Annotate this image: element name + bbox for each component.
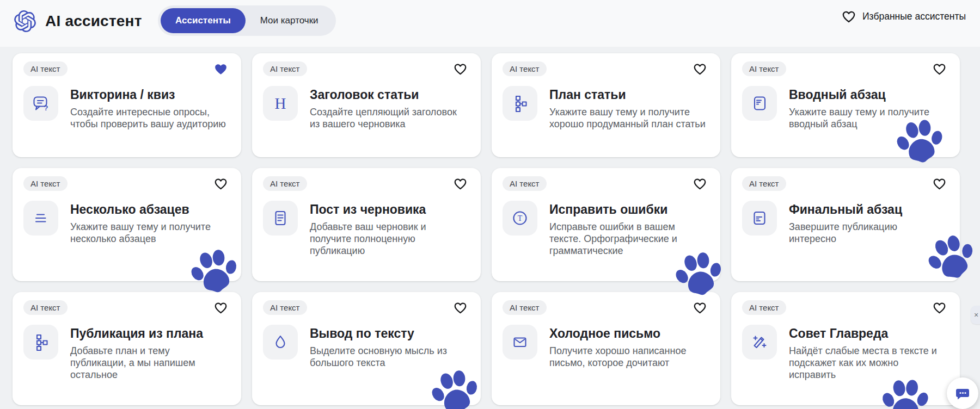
assistant-card[interactable]: AI текст H Заголовок статьи Создайте цеп… — [252, 53, 481, 157]
favorite-button[interactable] — [691, 299, 708, 316]
openai-logo-icon — [14, 10, 36, 32]
card-title: Совет Главреда — [789, 326, 947, 341]
card-badge: AI текст — [742, 300, 786, 315]
card-title: Вводный абзац — [789, 88, 947, 102]
card-icon-box — [503, 325, 537, 360]
assistant-card[interactable]: AI текст Публикация из плана Добавьте пл… — [13, 292, 241, 405]
tab-assistants[interactable]: Ассистенты — [161, 8, 246, 33]
magic-wand-icon — [749, 331, 770, 353]
favorite-button[interactable] — [212, 175, 229, 192]
favorite-button-active[interactable] — [212, 60, 229, 77]
card-icon-box — [263, 325, 298, 360]
card-badge: AI текст — [503, 176, 547, 191]
card-title: Публикация из плана — [70, 326, 228, 341]
assistant-card[interactable]: AI текст T Исправить ошибки Исправьте ош… — [492, 168, 720, 281]
outline-tree-icon — [509, 92, 531, 114]
card-badge: AI текст — [742, 176, 786, 191]
assistant-card[interactable]: AI текст Холодное письмо Получите хорошо… — [492, 292, 720, 405]
document-icon — [270, 207, 291, 229]
card-title: Несколько абзацев — [70, 202, 228, 217]
card-title: Заголовок статьи — [310, 88, 468, 102]
favorite-button[interactable] — [931, 299, 948, 316]
card-icon-box: ? — [23, 86, 58, 121]
favorite-button[interactable] — [931, 175, 948, 192]
drop-icon — [270, 331, 291, 353]
assistant-card[interactable]: AI текст Вывод по тексту Выделите основн… — [252, 292, 481, 405]
card-title: План статьи — [549, 88, 707, 102]
card-title: Исправить ошибки — [549, 202, 707, 217]
card-description: Добавьте ваш черновик и получите полноце… — [310, 221, 468, 257]
close-icon: × — [971, 311, 978, 319]
final-paragraph-icon — [749, 207, 770, 229]
card-icon-box: T — [503, 201, 537, 236]
assistant-card[interactable]: AI текст Вводный абзац Укажите вашу тему… — [731, 53, 960, 157]
text-circle-icon: T — [509, 207, 531, 229]
favorites-link[interactable]: Избранные ассистенты — [841, 9, 966, 24]
chat-bubble-icon — [954, 385, 971, 402]
card-description: Получите хорошо написанное письмо, котор… — [549, 345, 707, 369]
svg-text:?: ? — [44, 104, 48, 112]
card-description: Укажите вашу тему и получите вводный абз… — [789, 107, 947, 131]
edge-partial-button[interactable]: × — [971, 306, 980, 324]
card-description: Создайте цепляющий заголовок из вашего ч… — [310, 107, 468, 131]
card-badge: AI текст — [23, 176, 68, 191]
assistant-card[interactable]: AI текст План статьи Укажите вашу тему и… — [492, 53, 720, 157]
card-icon-box — [742, 86, 777, 121]
card-description: Выделите основную мысль из большого текс… — [310, 345, 468, 369]
card-description: Найдёт слабые места в тексте и подскажет… — [789, 345, 947, 381]
card-description: Завершите публикацию интересно — [789, 221, 947, 245]
card-badge: AI текст — [742, 61, 786, 76]
tab-switcher: Ассистенты Мои карточки — [158, 5, 336, 36]
card-icon-box — [23, 201, 58, 236]
card-badge: AI текст — [503, 300, 547, 315]
card-badge: AI текст — [503, 61, 547, 76]
card-description: Укажите вашу тему и получите несколько а… — [70, 221, 228, 245]
card-description: Укажите вашу тему и получите хорошо прод… — [549, 107, 707, 131]
card-badge: AI текст — [23, 61, 68, 76]
assistants-grid: AI текст ? Викторина / квиз Создайте инт… — [13, 53, 960, 405]
top-bar: AI ассистент Ассистенты Мои карточки Изб… — [0, 0, 980, 47]
tab-my-cards[interactable]: Мои карточки — [246, 8, 333, 33]
assistant-card[interactable]: AI текст Совет Главреда Найдёт слабые ме… — [731, 292, 960, 405]
favorite-button[interactable] — [212, 299, 229, 316]
brand: AI ассистент — [14, 10, 142, 32]
card-icon-box — [503, 86, 537, 121]
favorite-button[interactable] — [691, 175, 708, 192]
card-title: Пост из черновика — [310, 202, 468, 217]
favorite-button[interactable] — [691, 60, 708, 77]
favorite-button[interactable] — [931, 60, 948, 77]
favorite-button[interactable] — [452, 299, 469, 316]
card-badge: AI текст — [23, 300, 68, 315]
card-description: Создайте интересные опросы, чтобы провер… — [70, 107, 228, 131]
card-description: Исправьте ошибки в вашем тексте. Орфогра… — [549, 221, 707, 257]
card-title: Холодное письмо — [549, 326, 707, 341]
card-title: Викторина / квиз — [70, 88, 228, 102]
card-badge: AI текст — [263, 300, 307, 315]
quiz-bubble-icon: ? — [30, 92, 52, 114]
assistant-card[interactable]: AI текст Несколько абзацев Укажите вашу … — [13, 168, 241, 281]
assistant-card[interactable]: AI текст Финальный абзац Завершите публи… — [731, 168, 960, 281]
card-icon-box — [263, 201, 298, 236]
card-icon-box — [742, 201, 777, 236]
svg-text:H: H — [275, 95, 286, 112]
card-icon-box — [742, 325, 777, 360]
page-title: AI ассистент — [45, 13, 142, 30]
envelope-icon — [509, 331, 531, 353]
card-badge: AI текст — [263, 61, 307, 76]
heading-h-icon: H — [270, 92, 291, 114]
card-badge: AI текст — [263, 176, 307, 191]
favorite-button[interactable] — [452, 60, 469, 77]
paragraph-lines-icon — [30, 207, 52, 229]
card-description: Добавьте план и тему публикации, а мы на… — [70, 345, 228, 381]
intro-paragraph-icon — [749, 92, 770, 114]
assistant-card[interactable]: AI текст Пост из черновика Добавьте ваш … — [252, 168, 481, 281]
card-title: Финальный абзац — [789, 202, 947, 217]
card-icon-box: H — [263, 86, 298, 121]
favorite-button[interactable] — [452, 175, 469, 192]
favorites-label: Избранные ассистенты — [862, 11, 966, 22]
svg-text:T: T — [518, 214, 523, 222]
card-title: Вывод по тексту — [310, 326, 468, 341]
card-icon-box — [23, 325, 58, 360]
assistant-card[interactable]: AI текст ? Викторина / квиз Создайте инт… — [13, 53, 241, 157]
chat-widget-button[interactable] — [947, 377, 978, 409]
